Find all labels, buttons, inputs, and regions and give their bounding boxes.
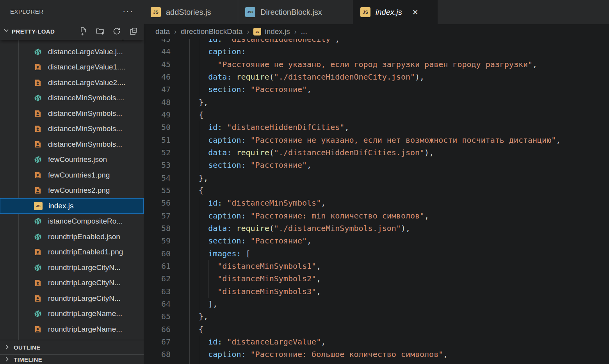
indent-guide xyxy=(189,58,190,71)
code-line-44[interactable]: 44caption: xyxy=(144,45,609,58)
tree-item-fewcountries2-png[interactable]: fewCountries2.png xyxy=(0,183,144,199)
code-line-68[interactable]: 68caption: "Расстояние: большое количест… xyxy=(144,348,609,360)
tree-item-distanceminsymbols-[interactable]: distanceMinSymbols... xyxy=(0,106,144,121)
outline-panel-header[interactable]: OUTLINE xyxy=(0,340,144,354)
code-line-64[interactable]: 64], xyxy=(144,298,609,310)
code-line-55[interactable]: 55{ xyxy=(144,184,609,197)
code-line-61[interactable]: 61"distanceMinSymbols1", xyxy=(144,260,609,272)
indent-guide xyxy=(189,260,190,272)
indent-guide xyxy=(199,260,199,272)
code-token: ), xyxy=(401,224,410,233)
tree-item-roundtriplargename-[interactable]: roundtripLargeName... xyxy=(0,306,144,322)
code-line-56[interactable]: 56id: "distanceMinSymbols", xyxy=(144,197,609,209)
code-line-46[interactable]: 46data: require("./distanceHiddenOneCity… xyxy=(144,71,609,83)
code-line-58[interactable]: 58data: require("./distanceMinSymbols.js… xyxy=(144,222,609,234)
code-line-67[interactable]: 67id: "distanceLargeValue", xyxy=(144,336,609,348)
code-token: ], xyxy=(208,299,217,309)
code-line-57[interactable]: 57caption: "Расстояние: min количество с… xyxy=(144,210,609,222)
image-file-icon xyxy=(34,40,42,41)
tab-addstories-js[interactable]: JSaddStories.js xyxy=(144,0,238,24)
code-line-49[interactable]: 49{ xyxy=(144,108,609,121)
tree-item-roundtriplargecityn-[interactable]: roundtripLargeCityN... xyxy=(0,260,144,275)
tree-item-distanceminsymbols-[interactable]: distanceMinSymbols... xyxy=(0,137,144,152)
breadcrumb-segment-directionblockdata[interactable]: directionBlockData xyxy=(181,27,242,36)
tree-item-index-js[interactable]: JSindex.js xyxy=(0,198,144,214)
js-file-icon: JS xyxy=(34,202,43,210)
new-folder-icon[interactable] xyxy=(95,27,105,36)
indent-guide xyxy=(189,197,190,209)
code-token: "Расстояние не указано, если нет возможн… xyxy=(251,135,556,145)
code-line-content: "distanceMinSymbols3", xyxy=(189,285,321,298)
refresh-icon[interactable] xyxy=(112,27,121,36)
breadcrumb-file[interactable]: index.js xyxy=(265,27,290,36)
chevron-right-icon xyxy=(4,356,10,362)
code-token xyxy=(231,362,236,364)
code-token: "distanceMinSymbols2" xyxy=(217,274,316,283)
code-line-60[interactable]: 60images: [ xyxy=(144,247,609,260)
close-tab-icon[interactable]: ✕ xyxy=(412,8,418,17)
code-line-45[interactable]: 45"Расстояние не указано, если город заг… xyxy=(144,58,609,71)
collapse-all-icon[interactable] xyxy=(129,27,138,36)
code-line-69[interactable]: 69data: require("./distanceLargeValue.js… xyxy=(144,361,609,364)
code-line-52[interactable]: 52data: require("./distanceHiddenDifCiti… xyxy=(144,146,609,159)
code-line-65[interactable]: 65}, xyxy=(144,310,609,323)
code-line-50[interactable]: 50id: "distanceHiddenDifCities", xyxy=(144,121,609,133)
new-file-icon[interactable] xyxy=(78,27,88,36)
image-file-icon xyxy=(34,325,42,334)
project-section-header[interactable]: PRETTY-LOAD xyxy=(0,23,144,40)
code-token: caption: xyxy=(208,211,246,220)
tree-item-distancelargevalue1-[interactable]: distanceLargeValue1.... xyxy=(0,60,144,75)
tree-item-distanceminsymbols-[interactable]: distanceMinSymbols.... xyxy=(0,91,144,106)
code-line-48[interactable]: 48}, xyxy=(144,96,609,108)
code-line-content: caption: xyxy=(189,45,246,58)
json-file-icon xyxy=(34,233,42,241)
line-number: 57 xyxy=(144,210,171,222)
indent-guide xyxy=(189,210,190,222)
code-token: "distanceHiddenOneCity" xyxy=(227,39,335,44)
code-line-51[interactable]: 51caption: "Расстояние не указано, если … xyxy=(144,134,609,146)
code-token xyxy=(246,211,251,220)
breadcrumb-segment-data[interactable]: data xyxy=(155,27,170,36)
tree-item-fewcountries-json[interactable]: fewCountries.json xyxy=(0,152,144,168)
tree-item-roundtripenabled-json[interactable]: roundtripEnabled.json xyxy=(0,229,144,245)
tree-item-fewcountries1-png[interactable]: fewCountries1.png xyxy=(0,167,144,183)
indent-guide xyxy=(199,71,199,83)
image-file-icon xyxy=(34,279,42,287)
code-line-66[interactable]: 66{ xyxy=(144,323,609,336)
tab-index-js[interactable]: JSindex.js✕ xyxy=(353,0,438,24)
code-token: ( xyxy=(269,72,274,82)
indent-guide xyxy=(189,247,190,260)
timeline-panel-header[interactable]: TIMELINE xyxy=(0,354,144,364)
tree-item-roundtripenabled1-png[interactable]: roundtripEnabled1.png xyxy=(0,245,144,260)
tree-item-distancelargevalue-j-[interactable]: distanceLargeValue.j... xyxy=(0,44,144,60)
tree-item-distanceminsymbols-[interactable]: distanceMinSymbols... xyxy=(0,121,144,137)
more-actions-icon[interactable]: ··· xyxy=(123,9,134,13)
indent-guide xyxy=(189,310,190,323)
code-token: ), xyxy=(401,362,410,364)
code-token: , xyxy=(307,236,312,245)
code-token xyxy=(222,337,227,346)
code-line-63[interactable]: 63"distanceMinSymbols3", xyxy=(144,285,609,298)
code-line-43[interactable]: 43id: "distanceHiddenOneCity", xyxy=(144,39,609,45)
code-line-59[interactable]: 59section: "Расстояние", xyxy=(144,234,609,247)
indent-guide xyxy=(189,272,190,285)
tree-item-roundtriplargename-[interactable]: roundtripLargeName... xyxy=(0,321,144,337)
code-line-54[interactable]: 54}, xyxy=(144,172,609,184)
tree-item-distancelargevalue2-[interactable]: distanceLargeValue2.... xyxy=(0,75,144,91)
js-file-icon: JS xyxy=(151,7,161,17)
indent-guide xyxy=(189,108,190,121)
tree-item-istancecompositero-[interactable]: istanceCompositeRo... xyxy=(0,214,144,229)
tree-item-distancehiddenonecity1-[interactable]: distanceHiddenOneCity1.... xyxy=(0,40,144,44)
tab-directionblock-jsx[interactable]: JSXDirectionBlock.jsx xyxy=(238,0,353,24)
code-line-content: ], xyxy=(189,298,217,310)
tree-item-roundtriplargecityn-[interactable]: roundtripLargeCityN... xyxy=(0,275,144,291)
indent-guide xyxy=(199,83,199,96)
tree-item-roundtriplargecityn-[interactable]: roundtripLargeCityN... xyxy=(0,291,144,306)
code-line-53[interactable]: 53section: "Расстояние", xyxy=(144,159,609,171)
line-number: 64 xyxy=(144,298,171,310)
code-line-62[interactable]: 62"distanceMinSymbols2", xyxy=(144,272,609,285)
breadcrumb-symbol-tail[interactable]: ... xyxy=(301,27,307,36)
code-editor[interactable]: 43id: "distanceHiddenOneCity",44caption:… xyxy=(144,39,609,364)
code-line-47[interactable]: 47section: "Расстояние", xyxy=(144,83,609,96)
code-token: require xyxy=(236,72,269,82)
